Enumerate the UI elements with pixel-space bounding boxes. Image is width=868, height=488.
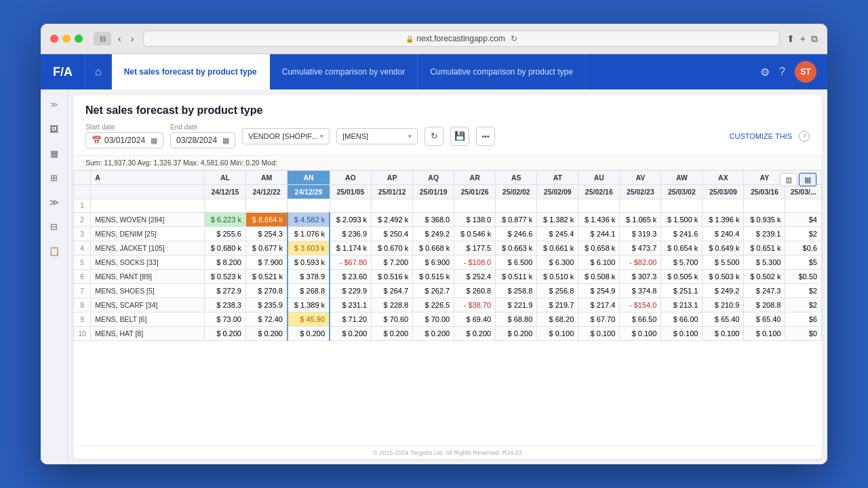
- cell-value: $ 252.4: [454, 270, 496, 284]
- table-row: 5MENS, SOCKS [33]$ 8.200$ 7.900$ 0.593 k…: [74, 256, 822, 270]
- cell-value: $ 0.200: [288, 327, 330, 341]
- tab-cumulative-product[interactable]: Cumulative comparison by product type: [418, 54, 586, 89]
- th-col-al: AL: [204, 171, 245, 185]
- tab-cumulative-vendor[interactable]: Cumulative comparison by vendor: [270, 54, 418, 89]
- sidebar-icon-copy[interactable]: 📋: [45, 241, 64, 260]
- info-icon[interactable]: ?: [799, 131, 810, 142]
- cell-value: $ 0.521 k: [245, 270, 288, 284]
- row-1-aw: [661, 199, 703, 213]
- row-1-al: [204, 199, 245, 213]
- address-bar[interactable]: 🔒 next.forecastingapp.com ↻: [143, 30, 779, 47]
- new-tab-button[interactable]: +: [800, 33, 806, 44]
- tab-net-sales-forecast[interactable]: Net sales forecast by product type: [112, 54, 270, 89]
- row-1-ay: [744, 199, 785, 213]
- app-header-right: ⚙ ? ST: [749, 54, 827, 89]
- save-button[interactable]: 💾: [450, 127, 469, 146]
- cell-value: $ 0.100: [620, 327, 661, 341]
- th-date-ao: 25/01/05: [330, 185, 372, 199]
- sidebar-icon-grid[interactable]: ⊟: [45, 217, 64, 236]
- split-view-button[interactable]: ▥: [780, 173, 797, 186]
- cell-value: $ 177.5: [454, 241, 496, 256]
- vendor-filter-select[interactable]: VENDOR [SHOPIF... ▾: [242, 128, 330, 144]
- row-1-ax: [703, 199, 744, 213]
- user-avatar[interactable]: ST: [795, 61, 816, 83]
- duplicate-button[interactable]: ⧉: [811, 33, 818, 45]
- cell-value: $ 6.223 k: [204, 213, 245, 227]
- end-date-input[interactable]: 03/28/2024 ▦: [170, 132, 235, 148]
- cell-value: $ 5.300: [744, 256, 785, 270]
- refresh-icon[interactable]: ↻: [511, 34, 517, 43]
- cell-value: $5: [785, 256, 822, 270]
- th-date-aq: 25/01/19: [413, 185, 454, 199]
- app-nav: Net sales forecast by product type Cumul…: [112, 54, 749, 89]
- settings-button[interactable]: ⚙: [760, 66, 770, 79]
- cell-value: $ 8.664 k: [245, 213, 288, 227]
- sidebar-icon-expand2[interactable]: ⊞: [45, 168, 64, 187]
- cell-value: $ 0.663 k: [496, 241, 537, 256]
- traffic-lights: [50, 35, 83, 43]
- cell-value: $ 1.174 k: [330, 241, 372, 256]
- row-1-as: [496, 199, 537, 213]
- sidebar-expand-btn[interactable]: ≫: [45, 95, 64, 114]
- row-1-az: [785, 199, 822, 213]
- browser-controls: ⊟ ‹ ›: [94, 32, 136, 45]
- cell-row-num: 3: [74, 227, 91, 241]
- cell-value: $ 72.40: [245, 312, 288, 327]
- cell-value: $ 4.582 k: [288, 213, 330, 227]
- cell-value: $ 0.200: [245, 327, 288, 341]
- cell-value: $ 255.6: [204, 227, 245, 241]
- cell-value: $ 0.503 k: [703, 270, 744, 284]
- table-row-1: 1: [74, 199, 822, 213]
- sidebar-icon-expand3[interactable]: ≫: [45, 192, 64, 211]
- start-date-label: Start date: [85, 123, 163, 131]
- product-filter-select[interactable]: [MENS] ▾: [336, 128, 418, 144]
- cell-value: $ 0.680 k: [204, 241, 245, 256]
- cell-value: $ 264.7: [372, 284, 413, 298]
- cell-value: $ 254.9: [578, 284, 620, 298]
- app-body: ≫ 🖼 ▦ ⊞ ≫ ⊟ 📋 Net sales forecast by prod…: [41, 89, 827, 464]
- cell-value: $ 0.654 k: [661, 241, 703, 256]
- back-button[interactable]: ‹: [115, 32, 124, 45]
- cell-value: $ 0.661 k: [537, 241, 578, 256]
- cell-value: $ 226.5: [413, 298, 454, 312]
- end-date-field: End date 03/28/2024 ▦: [170, 123, 235, 148]
- cell-value: $ 249.2: [703, 284, 744, 298]
- th-col-an: AN: [288, 171, 330, 185]
- start-date-input[interactable]: 📅 03/01/2024 ▦: [85, 132, 163, 148]
- refresh-button[interactable]: ↻: [425, 127, 443, 146]
- forward-button[interactable]: ›: [128, 32, 137, 45]
- cell-product-name: MENS, PANT [89]: [91, 270, 205, 284]
- start-date-calendar-icon[interactable]: ▦: [151, 136, 157, 145]
- table-view-button[interactable]: ▦: [799, 173, 816, 186]
- cell-value: - $38.70: [454, 298, 496, 312]
- home-nav-button[interactable]: ⌂: [85, 54, 112, 89]
- maximize-traffic-light[interactable]: [75, 35, 83, 43]
- sidebar-icon-image[interactable]: 🖼: [45, 119, 64, 138]
- cell-value: $2: [785, 284, 822, 298]
- cell-row-num: 4: [74, 241, 91, 256]
- end-date-calendar-icon[interactable]: ▦: [222, 136, 229, 145]
- table-row: 3MENS, DENIM [25]$ 255.6$ 254.3$ 1.076 k…: [74, 227, 822, 241]
- cell-value: $ 0.651 k: [744, 241, 785, 256]
- more-options-button[interactable]: •••: [476, 127, 495, 146]
- customize-button[interactable]: CUSTOMIZE THIS: [730, 132, 793, 140]
- minimize-traffic-light[interactable]: [62, 35, 71, 43]
- share-button[interactable]: ⬆: [787, 33, 795, 44]
- cell-value: $ 7.200: [372, 256, 413, 270]
- cell-value: $4: [785, 213, 822, 227]
- cell-value: $ 0.100: [744, 327, 785, 341]
- cell-value: $ 2.492 k: [372, 213, 413, 227]
- row-1-num: 1: [74, 199, 91, 213]
- cell-value: $ 71.20: [330, 312, 372, 327]
- cell-value: $ 374.8: [620, 284, 661, 298]
- close-traffic-light[interactable]: [50, 35, 58, 43]
- cell-value: $ 65.40: [703, 312, 744, 327]
- help-button[interactable]: ?: [779, 66, 785, 78]
- th-col-ap: AP: [372, 171, 413, 185]
- sidebar-toggle-btn[interactable]: ⊟: [94, 32, 111, 45]
- cell-value: $ 68.20: [537, 312, 578, 327]
- app-logo[interactable]: F/A: [41, 54, 85, 89]
- cell-product-name: MENS, DENIM [25]: [91, 227, 205, 241]
- sidebar-icon-table[interactable]: ▦: [45, 144, 64, 163]
- sidebar: ≫ 🖼 ▦ ⊞ ≫ ⊟ 📋: [41, 89, 68, 464]
